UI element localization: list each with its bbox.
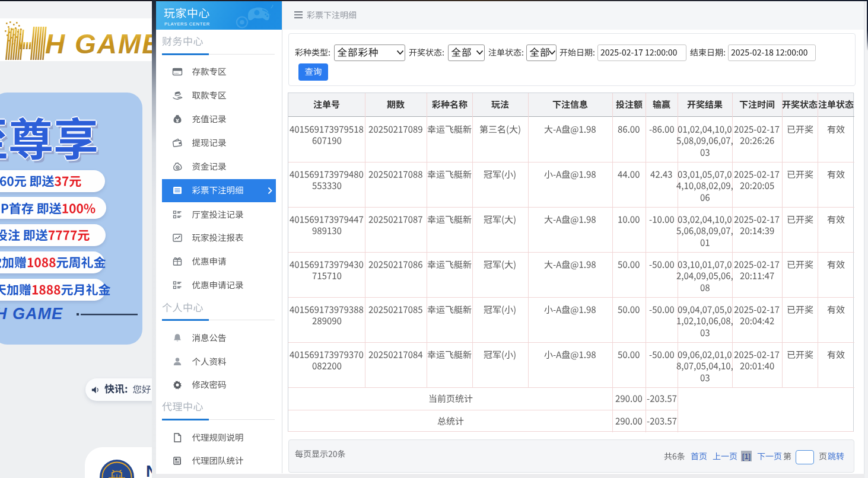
svg-text:H GAME: H GAME	[0, 305, 63, 323]
svg-text:PLAYERS CENTER: PLAYERS CENTER	[164, 21, 210, 27]
svg-text:H GAME: H GAME	[45, 28, 155, 59]
